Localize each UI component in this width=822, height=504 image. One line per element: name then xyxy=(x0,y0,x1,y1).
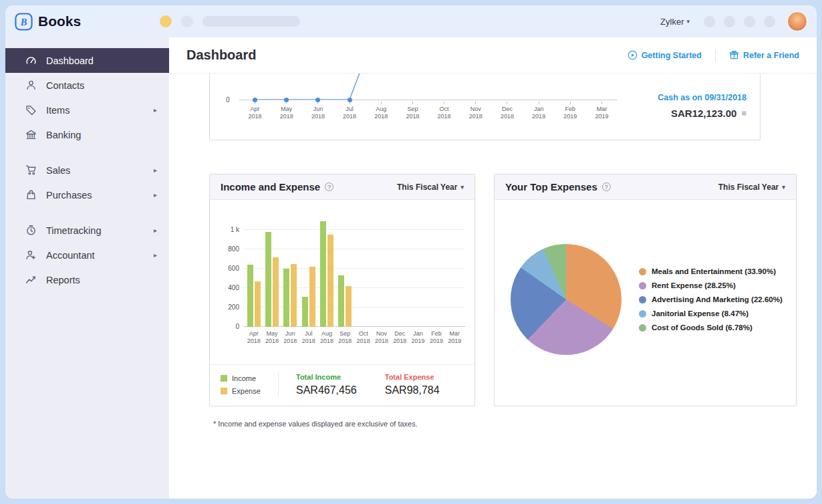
x-axis-label: Dec2018 xyxy=(391,330,409,346)
items-icon xyxy=(25,104,37,116)
purchases-icon xyxy=(25,189,37,201)
topbar-circle-icon[interactable] xyxy=(724,16,735,27)
bar-group xyxy=(317,221,335,327)
total-income-value: SAR467,456 xyxy=(296,384,357,396)
sidebar-item-sales[interactable]: Sales▸ xyxy=(5,158,169,182)
search-bar[interactable] xyxy=(202,16,300,27)
y-axis-label: 400 xyxy=(217,284,239,291)
sidebar-item-dashboard[interactable]: Dashboard xyxy=(5,48,169,73)
chart-footer: IncomeExpense Total Income SAR467,456 To… xyxy=(210,364,474,406)
x-axis-label: Jun2018 xyxy=(302,102,333,121)
chevron-right-icon: ▸ xyxy=(154,251,157,259)
expense-bar xyxy=(309,267,315,327)
total-expense-value: SAR98,784 xyxy=(385,384,440,396)
caret-down-icon: ▾ xyxy=(782,184,785,191)
pie-chart-area: Meals and Entertainment (33.90%)Rent Exp… xyxy=(495,200,796,406)
getting-started-link[interactable]: Getting Started xyxy=(628,50,702,60)
legend-item: Advertising And Marketing (22.60%) xyxy=(639,295,783,303)
svg-text:B: B xyxy=(20,17,27,27)
x-axis-label: Nov2018 xyxy=(372,330,390,346)
income-bar xyxy=(247,265,253,327)
sidebar-item-reports[interactable]: Reports xyxy=(5,267,169,292)
sidebar-item-label: Purchases xyxy=(46,190,92,201)
card-title: Your Top Expenses ? xyxy=(505,181,611,193)
sidebar-item-accountant[interactable]: Accountant▸ xyxy=(5,243,169,267)
topbar: B Books Zylker ▾ xyxy=(5,5,817,37)
legend-label: Income xyxy=(232,374,256,382)
sidebar: DashboardContactsItems▸BankingSales▸Purc… xyxy=(5,37,169,499)
sidebar-item-label: Accountant xyxy=(46,250,95,261)
legend-item: Meals and Entertainment (33.90%) xyxy=(639,267,783,275)
y-axis-label: 600 xyxy=(217,265,239,272)
x-axis-labels: Apr2018May2018Jun2018Jul2018Aug2018Sep20… xyxy=(239,102,618,121)
gift-icon xyxy=(729,50,739,60)
x-axis-label: Feb2019 xyxy=(427,330,445,346)
topbar-circle-icon[interactable] xyxy=(744,16,755,27)
sidebar-item-banking[interactable]: Banking xyxy=(5,122,169,147)
legend-item: Expense xyxy=(221,387,278,395)
org-name: Zylker xyxy=(660,17,684,27)
fiscal-year-dropdown[interactable]: This Fiscal Year ▾ xyxy=(718,182,785,192)
topbar-circle-icon[interactable] xyxy=(764,16,775,27)
income-bar xyxy=(283,269,289,327)
sidebar-item-label: Dashboard xyxy=(46,55,94,66)
brand: B Books xyxy=(15,13,81,31)
legend-swatch xyxy=(221,388,227,394)
reports-icon xyxy=(25,274,37,285)
legend-label: Rent Expense (28.25%) xyxy=(652,281,736,289)
axis-tick xyxy=(570,102,571,104)
books-logo-icon[interactable]: B xyxy=(15,13,33,31)
income-bar xyxy=(265,232,271,327)
legend-swatch xyxy=(639,324,646,332)
hamburger-icon[interactable]: ≡ xyxy=(741,108,746,118)
sidebar-item-label: Timetracking xyxy=(46,225,101,236)
app-window: B Books Zylker ▾ DashboardContactsItems▸… xyxy=(5,5,817,499)
page-title: Dashboard xyxy=(186,47,256,63)
sidebar-item-label: Banking xyxy=(46,130,81,140)
x-axis-label: Apr2018 xyxy=(239,102,271,121)
axis-tick xyxy=(601,102,602,104)
card-header: Income and Expense ? This Fiscal Year ▾ xyxy=(210,174,474,200)
cash-flow-chart: 0 Apr2018May2018Jun2018Jul2018Aug2018Sep… xyxy=(239,74,618,140)
axis-tick xyxy=(539,102,539,104)
income-bar xyxy=(302,297,308,327)
fiscal-year-dropdown[interactable]: This Fiscal Year ▾ xyxy=(397,182,464,192)
y-axis-label: 1 k xyxy=(217,226,239,233)
card-title: Income and Expense ? xyxy=(221,181,333,193)
topbar-circle-icon[interactable] xyxy=(704,16,715,27)
help-icon[interactable]: ? xyxy=(602,182,611,191)
user-avatar[interactable] xyxy=(787,11,807,31)
main-area: Dashboard Getting Started Refer a Friend xyxy=(169,37,817,499)
legend-swatch xyxy=(639,310,646,318)
sidebar-item-timetracking[interactable]: Timetracking▸ xyxy=(5,218,169,243)
org-menu[interactable]: Zylker ▾ xyxy=(660,17,690,27)
x-axis xyxy=(239,100,618,100)
page-header: Dashboard Getting Started Refer a Friend xyxy=(169,37,817,74)
income-expense-card: Income and Expense ? This Fiscal Year ▾ … xyxy=(209,174,475,406)
cash-as-on-link[interactable]: Cash as on 09/31/2018 xyxy=(658,93,746,102)
expense-bar xyxy=(346,286,352,327)
x-axis-label: Jul2018 xyxy=(299,330,317,346)
topbar-status-icon[interactable] xyxy=(160,15,172,27)
brand-name: Books xyxy=(38,13,81,29)
y-axis-label: 200 xyxy=(217,303,239,311)
bar-chart: 02004006008001 k Apr2018May2018Jun2018Ju… xyxy=(210,200,474,346)
cash-panel: Cash as on 09/31/2018 SAR12,123.00 ≡ xyxy=(618,74,748,140)
sidebar-item-contacts[interactable]: Contacts xyxy=(5,73,169,98)
sidebar-item-purchases[interactable]: Purchases▸ xyxy=(5,182,169,207)
y-axis-label: 0 xyxy=(226,96,230,104)
caret-down-icon: ▾ xyxy=(686,18,690,25)
legend-swatch xyxy=(639,268,646,275)
timetracking-icon xyxy=(25,225,37,236)
axis-tick xyxy=(381,102,382,104)
legend-swatch xyxy=(639,296,646,303)
topbar-circle-icon[interactable] xyxy=(181,15,193,27)
caret-down-icon: ▾ xyxy=(460,184,464,191)
cash-flow-card: 0 Apr2018May2018Jun2018Jul2018Aug2018Sep… xyxy=(209,74,761,140)
accountant-icon xyxy=(25,249,37,261)
legend-label: Advertising And Marketing (22.60%) xyxy=(652,295,783,303)
help-icon[interactable]: ? xyxy=(325,182,333,191)
refer-friend-link[interactable]: Refer a Friend xyxy=(729,50,799,60)
sidebar-item-items[interactable]: Items▸ xyxy=(5,98,169,122)
x-axis-label: Sep2018 xyxy=(336,330,354,346)
